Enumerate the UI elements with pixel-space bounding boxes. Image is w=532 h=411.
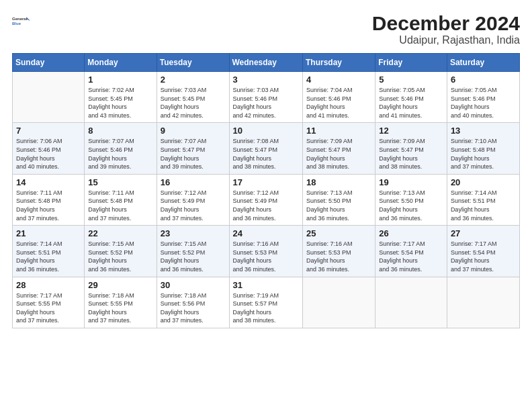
day-info: Sunrise: 7:17 AMSunset: 5:55 PMDaylight … <box>16 292 62 324</box>
table-row: 12 Sunrise: 7:09 AMSunset: 5:47 PMDaylig… <box>375 123 447 174</box>
day-info: Sunrise: 7:05 AMSunset: 5:46 PMDaylight … <box>451 87 497 119</box>
day-number: 14 <box>16 177 81 187</box>
col-friday: Friday <box>375 54 447 72</box>
day-info: Sunrise: 7:13 AMSunset: 5:50 PMDaylight … <box>306 189 353 222</box>
day-number: 7 <box>16 126 81 136</box>
table-row: 14 Sunrise: 7:11 AMSunset: 5:48 PMDaylig… <box>13 174 85 225</box>
table-row: 9 Sunrise: 7:07 AMSunset: 5:47 PMDayligh… <box>157 123 229 174</box>
day-number: 10 <box>233 126 299 136</box>
day-number: 30 <box>161 280 226 290</box>
col-tuesday: Tuesday <box>157 54 229 72</box>
table-row <box>13 72 85 123</box>
day-number: 16 <box>161 177 226 187</box>
col-thursday: Thursday <box>302 54 375 72</box>
table-row: 16 Sunrise: 7:12 AMSunset: 5:49 PMDaylig… <box>157 174 229 225</box>
table-row: 6 Sunrise: 7:05 AMSunset: 5:46 PMDayligh… <box>447 72 519 123</box>
day-number: 15 <box>88 177 152 187</box>
day-number: 27 <box>451 228 516 238</box>
calendar-week-row: 28 Sunrise: 7:17 AMSunset: 5:55 PMDaylig… <box>13 277 520 328</box>
col-wednesday: Wednesday <box>229 54 302 72</box>
logo: General Blue <box>12 12 31 31</box>
day-info: Sunrise: 7:14 AMSunset: 5:51 PMDaylight … <box>16 240 62 273</box>
title-block: December 2024 Udaipur, Rajasthan, India <box>372 12 520 46</box>
day-info: Sunrise: 7:14 AMSunset: 5:51 PMDaylight … <box>451 189 497 222</box>
table-row: 29 Sunrise: 7:18 AMSunset: 5:55 PMDaylig… <box>85 277 157 328</box>
header: General Blue December 2024 Udaipur, Raja… <box>12 12 520 46</box>
day-info: Sunrise: 7:19 AMSunset: 5:57 PMDaylight … <box>233 292 279 324</box>
table-row: 23 Sunrise: 7:15 AMSunset: 5:52 PMDaylig… <box>157 226 229 277</box>
calendar-week-row: 21 Sunrise: 7:14 AMSunset: 5:51 PMDaylig… <box>13 226 520 277</box>
day-info: Sunrise: 7:16 AMSunset: 5:53 PMDaylight … <box>306 240 353 273</box>
logo-icon: General Blue <box>12 12 31 31</box>
table-row: 26 Sunrise: 7:17 AMSunset: 5:54 PMDaylig… <box>375 226 447 277</box>
svg-marker-2 <box>27 17 30 21</box>
table-row: 20 Sunrise: 7:14 AMSunset: 5:51 PMDaylig… <box>447 174 519 225</box>
day-number: 17 <box>233 177 299 187</box>
table-row: 15 Sunrise: 7:11 AMSunset: 5:48 PMDaylig… <box>85 174 157 225</box>
table-row: 19 Sunrise: 7:13 AMSunset: 5:50 PMDaylig… <box>375 174 447 225</box>
table-row: 4 Sunrise: 7:04 AMSunset: 5:46 PMDayligh… <box>302 72 375 123</box>
day-number: 2 <box>161 75 226 85</box>
page: General Blue December 2024 Udaipur, Raja… <box>0 0 532 335</box>
day-number: 9 <box>161 126 226 136</box>
day-number: 31 <box>233 280 299 290</box>
day-number: 18 <box>306 177 371 187</box>
page-subtitle: Udaipur, Rajasthan, India <box>372 34 520 46</box>
day-info: Sunrise: 7:13 AMSunset: 5:50 PMDaylight … <box>379 189 425 222</box>
day-info: Sunrise: 7:17 AMSunset: 5:54 PMDaylight … <box>379 240 425 273</box>
day-info: Sunrise: 7:18 AMSunset: 5:55 PMDaylight … <box>88 292 134 324</box>
table-row: 22 Sunrise: 7:15 AMSunset: 5:52 PMDaylig… <box>85 226 157 277</box>
day-number: 21 <box>16 228 81 238</box>
day-number: 20 <box>451 177 516 187</box>
day-info: Sunrise: 7:09 AMSunset: 5:47 PMDaylight … <box>306 138 353 170</box>
table-row <box>375 277 447 328</box>
day-number: 29 <box>88 280 152 290</box>
day-number: 3 <box>233 75 299 85</box>
day-info: Sunrise: 7:15 AMSunset: 5:52 PMDaylight … <box>88 240 134 273</box>
day-info: Sunrise: 7:15 AMSunset: 5:52 PMDaylight … <box>161 240 207 273</box>
table-row: 8 Sunrise: 7:07 AMSunset: 5:46 PMDayligh… <box>85 123 157 174</box>
table-row: 11 Sunrise: 7:09 AMSunset: 5:47 PMDaylig… <box>302 123 375 174</box>
day-number: 25 <box>306 228 371 238</box>
day-info: Sunrise: 7:06 AMSunset: 5:46 PMDaylight … <box>16 138 62 170</box>
day-info: Sunrise: 7:02 AMSunset: 5:45 PMDaylight … <box>88 87 134 119</box>
table-row: 31 Sunrise: 7:19 AMSunset: 5:57 PMDaylig… <box>229 277 302 328</box>
table-row: 28 Sunrise: 7:17 AMSunset: 5:55 PMDaylig… <box>13 277 85 328</box>
calendar-week-row: 1 Sunrise: 7:02 AMSunset: 5:45 PMDayligh… <box>13 72 520 123</box>
day-number: 8 <box>88 126 152 136</box>
day-info: Sunrise: 7:08 AMSunset: 5:47 PMDaylight … <box>233 138 279 170</box>
table-row <box>447 277 519 328</box>
day-number: 11 <box>306 126 371 136</box>
svg-text:General: General <box>12 17 28 21</box>
col-sunday: Sunday <box>13 54 85 72</box>
day-info: Sunrise: 7:10 AMSunset: 5:48 PMDaylight … <box>451 138 497 170</box>
day-number: 19 <box>379 177 443 187</box>
col-monday: Monday <box>85 54 157 72</box>
table-row <box>302 277 375 328</box>
calendar-week-row: 14 Sunrise: 7:11 AMSunset: 5:48 PMDaylig… <box>13 174 520 225</box>
day-number: 6 <box>451 75 516 85</box>
table-row: 5 Sunrise: 7:05 AMSunset: 5:46 PMDayligh… <box>375 72 447 123</box>
day-number: 12 <box>379 126 443 136</box>
day-info: Sunrise: 7:03 AMSunset: 5:46 PMDaylight … <box>233 87 279 119</box>
day-info: Sunrise: 7:11 AMSunset: 5:48 PMDaylight … <box>88 189 134 222</box>
table-row: 21 Sunrise: 7:14 AMSunset: 5:51 PMDaylig… <box>13 226 85 277</box>
day-info: Sunrise: 7:07 AMSunset: 5:46 PMDaylight … <box>88 138 134 170</box>
page-title: December 2024 <box>372 12 520 34</box>
day-info: Sunrise: 7:07 AMSunset: 5:47 PMDaylight … <box>161 138 207 170</box>
day-info: Sunrise: 7:04 AMSunset: 5:46 PMDaylight … <box>306 87 353 119</box>
table-row: 17 Sunrise: 7:12 AMSunset: 5:49 PMDaylig… <box>229 174 302 225</box>
day-info: Sunrise: 7:05 AMSunset: 5:46 PMDaylight … <box>379 87 425 119</box>
table-row: 27 Sunrise: 7:17 AMSunset: 5:54 PMDaylig… <box>447 226 519 277</box>
table-row: 18 Sunrise: 7:13 AMSunset: 5:50 PMDaylig… <box>302 174 375 225</box>
table-row: 13 Sunrise: 7:10 AMSunset: 5:48 PMDaylig… <box>447 123 519 174</box>
day-info: Sunrise: 7:18 AMSunset: 5:56 PMDaylight … <box>161 292 207 324</box>
day-number: 24 <box>233 228 299 238</box>
day-info: Sunrise: 7:12 AMSunset: 5:49 PMDaylight … <box>161 189 207 222</box>
table-row: 10 Sunrise: 7:08 AMSunset: 5:47 PMDaylig… <box>229 123 302 174</box>
col-saturday: Saturday <box>447 54 519 72</box>
day-number: 13 <box>451 126 516 136</box>
day-number: 28 <box>16 280 81 290</box>
calendar-table: Sunday Monday Tuesday Wednesday Thursday… <box>12 53 520 328</box>
day-number: 5 <box>379 75 443 85</box>
